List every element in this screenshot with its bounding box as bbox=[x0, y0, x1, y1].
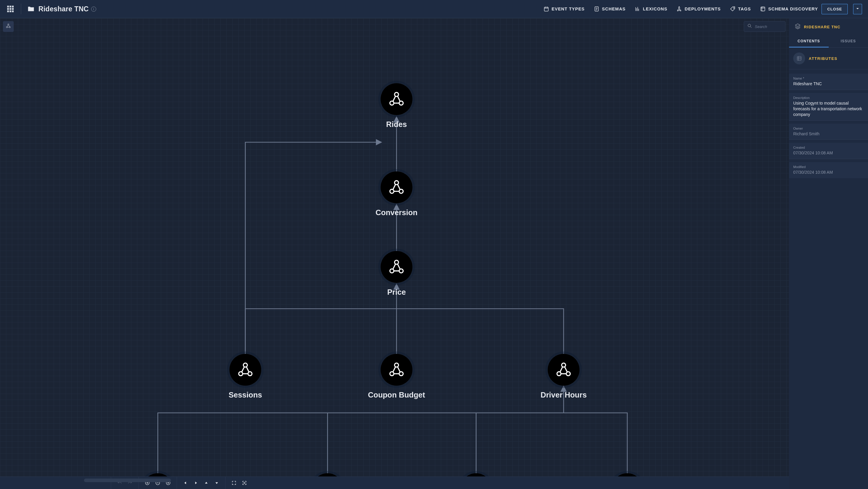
field-created: Created 07/30/2024 10:08 AM bbox=[789, 143, 868, 159]
svg-point-7 bbox=[748, 24, 751, 27]
svg-point-4 bbox=[8, 24, 9, 25]
svg-rect-3 bbox=[761, 7, 765, 11]
node-driver-hours[interactable]: Driver Hours bbox=[540, 353, 587, 399]
nav-schema-discovery-label: SCHEMA DISCOVERY bbox=[768, 6, 818, 11]
nav-deployments-label: DEPLOYMENTS bbox=[684, 6, 720, 11]
field-owner-value: Richard Smith bbox=[793, 131, 864, 137]
close-dropdown-button[interactable] bbox=[853, 4, 862, 14]
canvas[interactable]: Rides Conversion Price Sessions Coupon B… bbox=[0, 18, 789, 489]
node-conversion[interactable]: Conversion bbox=[376, 170, 417, 217]
pan-left-button[interactable] bbox=[182, 479, 189, 487]
graph-svg: Rides Conversion Price Sessions Coupon B… bbox=[0, 18, 789, 489]
field-modified-value: 07/30/2024 10:08 AM bbox=[793, 170, 864, 175]
section-attributes-title: ATTRIBUTES bbox=[809, 56, 837, 61]
field-description-label: Description bbox=[793, 96, 864, 99]
svg-point-26 bbox=[167, 482, 168, 483]
field-name-value: Rideshare TNC bbox=[793, 81, 864, 87]
search-icon bbox=[747, 23, 752, 30]
node-rides[interactable]: Rides bbox=[379, 82, 414, 128]
field-owner: Owner Richard Smith bbox=[789, 124, 868, 140]
svg-text:Price: Price bbox=[387, 288, 406, 296]
search-box[interactable] bbox=[744, 21, 785, 32]
nav-lexicons-label: LEXICONS bbox=[643, 6, 667, 11]
field-name[interactable]: Name * Rideshare TNC bbox=[789, 73, 868, 90]
divider bbox=[21, 4, 21, 14]
pan-down-button[interactable] bbox=[213, 479, 220, 487]
nav-event-types[interactable]: EVENT TYPES bbox=[543, 6, 585, 12]
graph-tool-button[interactable] bbox=[3, 21, 14, 32]
close-button[interactable]: CLOSE bbox=[822, 4, 848, 14]
field-name-label: Name * bbox=[793, 77, 864, 80]
top-nav: EVENT TYPES SCHEMAS LEXICONS DEPLOYMENTS… bbox=[543, 6, 818, 12]
nav-event-types-label: EVENT TYPES bbox=[552, 6, 585, 11]
node-coupon-budget[interactable]: Coupon Budget bbox=[368, 353, 425, 399]
apps-icon[interactable] bbox=[6, 4, 15, 13]
center-button[interactable] bbox=[241, 479, 248, 487]
field-modified-label: Modified bbox=[793, 165, 864, 169]
svg-text:Sessions: Sessions bbox=[228, 391, 262, 399]
panel-header: RIDESHARE TNC bbox=[789, 18, 868, 35]
nav-tags[interactable]: TAGS bbox=[730, 6, 751, 12]
info-icon[interactable]: i bbox=[91, 6, 96, 11]
layers-icon bbox=[795, 23, 801, 31]
field-owner-label: Owner bbox=[793, 127, 864, 130]
section-attributes-header: ATTRIBUTES bbox=[789, 48, 868, 69]
pan-up-button[interactable] bbox=[203, 479, 210, 487]
nav-schema-discovery[interactable]: SCHEMA DISCOVERY bbox=[760, 6, 818, 12]
top-header: Rideshare TNC i EVENT TYPES SCHEMAS LEXI… bbox=[0, 0, 868, 18]
tab-issues[interactable]: ISSUES bbox=[829, 35, 868, 48]
folder-icon bbox=[27, 5, 35, 13]
right-panel: RIDESHARE TNC CONTENTS ISSUES ATTRIBUTES… bbox=[789, 18, 868, 489]
field-description[interactable]: Description Using Cogynt to model causal… bbox=[789, 93, 868, 121]
svg-text:Rides: Rides bbox=[386, 120, 407, 128]
svg-text:Conversion: Conversion bbox=[376, 208, 417, 217]
fit-screen-button[interactable] bbox=[230, 479, 238, 487]
panel-title: RIDESHARE TNC bbox=[804, 25, 841, 29]
tab-contents[interactable]: CONTENTS bbox=[789, 35, 829, 48]
field-description-value: Using Cogynt to model causal forecasts f… bbox=[793, 100, 864, 117]
nav-deployments[interactable]: DEPLOYMENTS bbox=[676, 6, 720, 12]
node-sessions[interactable]: Sessions bbox=[228, 353, 263, 399]
node-price[interactable]: Price bbox=[379, 250, 414, 296]
scroll-track[interactable] bbox=[0, 477, 110, 489]
field-created-label: Created bbox=[793, 146, 864, 149]
nav-schemas[interactable]: SCHEMAS bbox=[594, 6, 626, 12]
attributes-icon bbox=[793, 53, 805, 64]
field-created-value: 07/30/2024 10:08 AM bbox=[793, 150, 864, 156]
svg-point-27 bbox=[244, 482, 245, 483]
field-modified: Modified 07/30/2024 10:08 AM bbox=[789, 162, 868, 178]
scroll-thumb[interactable] bbox=[84, 479, 171, 482]
nav-lexicons[interactable]: LEXICONS bbox=[634, 6, 667, 12]
svg-point-2 bbox=[733, 7, 734, 8]
svg-point-6 bbox=[9, 27, 10, 28]
svg-text:Driver Hours: Driver Hours bbox=[540, 391, 587, 399]
svg-point-5 bbox=[6, 27, 7, 28]
search-input[interactable] bbox=[755, 25, 782, 29]
page-title: Rideshare TNC bbox=[38, 5, 89, 13]
pan-right-button[interactable] bbox=[192, 479, 199, 487]
panel-tabs: CONTENTS ISSUES bbox=[789, 35, 868, 48]
svg-rect-28 bbox=[797, 56, 801, 60]
nav-tags-label: TAGS bbox=[738, 6, 751, 11]
svg-text:Coupon Budget: Coupon Budget bbox=[368, 391, 425, 399]
nav-schemas-label: SCHEMAS bbox=[602, 6, 626, 11]
svg-rect-0 bbox=[544, 7, 548, 11]
canvas-footer bbox=[0, 477, 789, 489]
